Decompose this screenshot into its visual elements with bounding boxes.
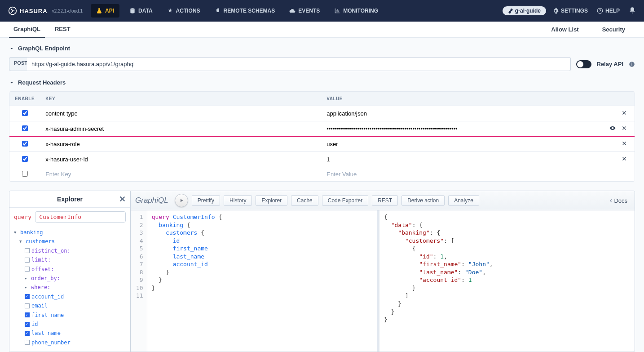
endpoint-section-header[interactable]: GraphQL Endpoint <box>9 45 635 52</box>
plug-icon <box>215 8 221 14</box>
endpoint-url-input[interactable] <box>27 57 571 71</box>
execute-query-button[interactable] <box>175 194 188 207</box>
query-name-row: query <box>9 208 130 226</box>
checkbox-icon <box>25 267 30 272</box>
nav-events[interactable]: EVENTS <box>283 0 326 22</box>
header-enable-checkbox[interactable] <box>22 141 28 147</box>
tree-arg[interactable]: offset: <box>14 265 126 274</box>
tree-field[interactable]: account_id <box>14 292 126 301</box>
query-name-input[interactable] <box>35 211 126 223</box>
explorer-title: Explorer <box>57 196 83 203</box>
tree-arg[interactable]: ▸where: <box>14 283 126 292</box>
header-enable-checkbox[interactable] <box>22 171 28 177</box>
help-link[interactable]: ? HELP <box>594 8 622 14</box>
tab-security[interactable]: Security <box>598 22 630 38</box>
col-actions <box>602 92 635 106</box>
play-icon <box>179 198 184 203</box>
settings-label: SETTINGS <box>561 8 588 14</box>
delete-header-button[interactable] <box>619 155 629 164</box>
tree-arg[interactable]: limit: <box>14 255 126 264</box>
header-enable-checkbox[interactable] <box>22 156 28 162</box>
tree-field[interactable]: email <box>14 301 126 310</box>
headers-section-title: Request Headers <box>18 79 66 86</box>
headers-table-wrap: ENABLE KEY VALUE <box>9 91 635 182</box>
cloud-icon <box>289 8 296 14</box>
derive-action-button[interactable]: Derive action <box>401 195 445 206</box>
col-enable: ENABLE <box>9 92 40 106</box>
gear-icon <box>552 8 559 14</box>
header-key-input[interactable] <box>45 140 316 148</box>
info-icon[interactable]: i <box>629 61 635 67</box>
code-exporter-button[interactable]: Code Exporter <box>322 195 368 206</box>
explorer-close-button[interactable]: ✕ <box>119 194 126 204</box>
delete-header-button[interactable] <box>619 109 629 118</box>
tree-field[interactable]: id <box>14 320 126 329</box>
explorer-header: Explorer ✕ <box>9 191 130 208</box>
version-label: v2.22.1-cloud.1 <box>52 9 83 13</box>
tree-field[interactable]: first_name <box>14 311 126 320</box>
analyze-button[interactable]: Analyze <box>448 195 479 206</box>
tab-graphiql[interactable]: GraphiQL <box>9 22 45 38</box>
relay-api-toggle[interactable] <box>576 60 591 68</box>
docs-link[interactable]: Docs <box>607 196 630 205</box>
logo[interactable]: HASURA <box>5 6 50 15</box>
notifications-button[interactable] <box>626 7 639 15</box>
nav-monitoring[interactable]: MONITORING <box>328 0 384 22</box>
content: GraphQL Endpoint POST Relay API i Reques… <box>0 38 644 352</box>
tree-field[interactable]: phone_number <box>14 338 126 347</box>
delete-header-button[interactable] <box>619 139 629 149</box>
query-code: query CustomerInfo { banking { customers… <box>147 210 227 352</box>
header-key-input[interactable] <box>45 155 316 164</box>
prettify-button[interactable]: Prettify <box>192 195 220 206</box>
svg-text:i: i <box>631 62 632 66</box>
nav-monitoring-label: MONITORING <box>343 8 378 14</box>
nav-actions-label: ACTIONS <box>176 8 200 14</box>
header-row <box>9 121 635 137</box>
svg-point-1 <box>130 8 134 10</box>
delete-header-button[interactable] <box>619 124 629 134</box>
cache-button[interactable]: Cache <box>291 195 318 206</box>
header-value-input[interactable] <box>326 140 597 148</box>
checkbox-icon <box>25 331 30 336</box>
nav-actions[interactable]: ACTIONS <box>161 0 207 22</box>
tab-allow-list[interactable]: Allow List <box>547 22 583 38</box>
header-key-input[interactable] <box>45 170 316 178</box>
tab-rest[interactable]: REST <box>50 22 75 38</box>
header-enable-checkbox[interactable] <box>22 125 28 131</box>
settings-link[interactable]: SETTINGS <box>550 8 591 14</box>
header-key-input[interactable] <box>45 125 316 133</box>
checkbox-icon <box>25 312 30 317</box>
endpoint-section-title: GraphQL Endpoint <box>18 45 70 52</box>
tree-field[interactable]: last_name <box>14 329 126 338</box>
reveal-secret-button[interactable] <box>608 124 618 134</box>
nav-remote-schemas[interactable]: REMOTE SCHEMAS <box>208 0 282 22</box>
tree-arg[interactable]: ▸order_by: <box>14 274 126 283</box>
header-value-input[interactable] <box>326 155 597 164</box>
help-icon: ? <box>597 8 603 14</box>
header-value-input[interactable] <box>326 170 597 178</box>
chevron-down-icon <box>9 46 14 51</box>
tree-arg[interactable]: distinct_on: <box>14 246 126 255</box>
nav-api[interactable]: API <box>91 4 119 18</box>
history-button[interactable]: History <box>224 195 252 206</box>
checkbox-icon <box>25 258 30 263</box>
tree-node-banking[interactable]: ▼banking <box>14 228 126 237</box>
chart-icon <box>334 8 340 14</box>
rest-button[interactable]: REST <box>372 195 398 206</box>
header-key-input[interactable] <box>45 109 316 118</box>
header-value-input[interactable] <box>326 125 597 133</box>
query-editor[interactable]: 1234567891011 query CustomerInfo { banki… <box>131 210 379 352</box>
headers-section-header[interactable]: Request Headers <box>9 79 635 86</box>
user-pill[interactable]: g-al-guide <box>503 6 546 15</box>
col-key: KEY <box>40 92 321 106</box>
explorer-tree: ▼banking▼customersdistinct_on:limit:offs… <box>9 226 130 352</box>
explorer-button[interactable]: Explorer <box>256 195 287 206</box>
header-value-input[interactable] <box>326 109 597 118</box>
header-enable-checkbox[interactable] <box>22 110 28 116</box>
database-icon <box>129 8 136 14</box>
chevron-down-icon <box>9 80 14 85</box>
header-row-new <box>9 167 635 182</box>
header-row <box>9 106 635 121</box>
tree-node-customers[interactable]: ▼customers <box>14 237 126 246</box>
nav-data[interactable]: DATA <box>123 0 159 22</box>
